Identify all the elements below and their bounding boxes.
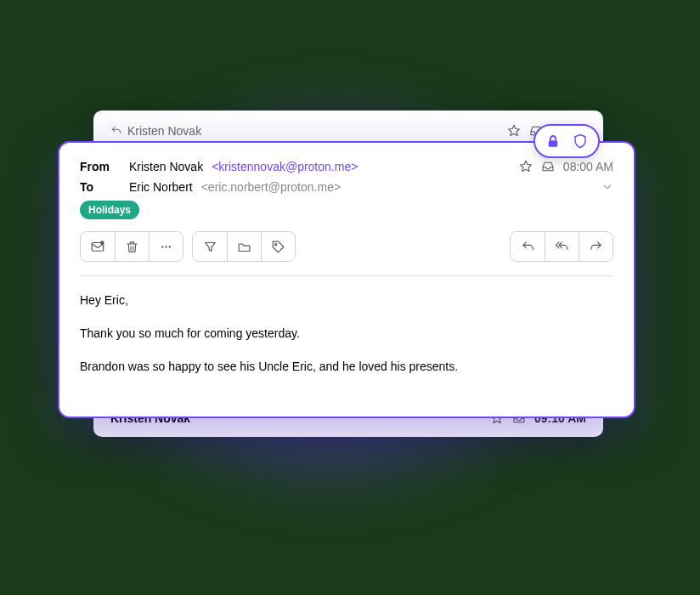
filter-button[interactable] [193,232,227,261]
body-line-2: Thank you so much for coming yesterday. [80,325,613,343]
lock-icon[interactable] [545,133,561,150]
to-email[interactable]: <eric.norbert@proton.me> [201,180,341,194]
email-toolbar [80,231,613,276]
svg-point-3 [161,246,163,247]
folder-button[interactable] [227,232,261,261]
svg-rect-0 [549,140,558,147]
to-label: To [80,180,121,194]
to-row: To Eric Norbert <eric.norbert@proton.me> [80,180,613,194]
reply-icon [110,125,122,137]
chevron-down-icon[interactable] [601,181,613,193]
email-detail-card: From Kristen Novak <kristennovak@proton.… [58,141,635,418]
email-body: Hey Eric, Thank you so much for coming y… [80,292,613,376]
svg-point-6 [275,243,277,245]
reply-button[interactable] [511,232,545,261]
back-card-sender: Kristen Novak [127,124,201,138]
star-icon[interactable] [507,124,521,138]
svg-point-2 [100,241,104,245]
from-email[interactable]: <kristennovak@proton.me> [212,160,358,173]
mark-unread-button[interactable] [81,232,115,261]
delete-button[interactable] [115,232,149,261]
from-name: Kristen Novak [129,160,203,173]
label-tag[interactable]: Holidays [80,201,139,219]
reply-all-button[interactable] [545,232,579,261]
body-line-1: Hey Eric, [80,292,613,309]
svg-point-5 [169,246,171,247]
security-badge [533,124,600,158]
svg-point-4 [165,246,167,247]
tag-button[interactable] [261,232,295,261]
email-time: 08:00 AM [563,160,613,173]
action-group-2 [192,231,296,262]
inbox-icon[interactable] [541,160,555,173]
action-group-1 [80,231,183,262]
from-row: From Kristen Novak <kristennovak@proton.… [80,160,613,173]
star-icon[interactable] [519,160,533,173]
more-button[interactable] [149,232,183,261]
to-name: Eric Norbert [129,180,193,194]
shield-icon[interactable] [573,133,588,150]
body-line-3: Brandon was so happy to see his Uncle Er… [80,358,613,376]
forward-button[interactable] [579,232,612,261]
from-label: From [80,160,121,173]
reply-group [510,231,613,262]
